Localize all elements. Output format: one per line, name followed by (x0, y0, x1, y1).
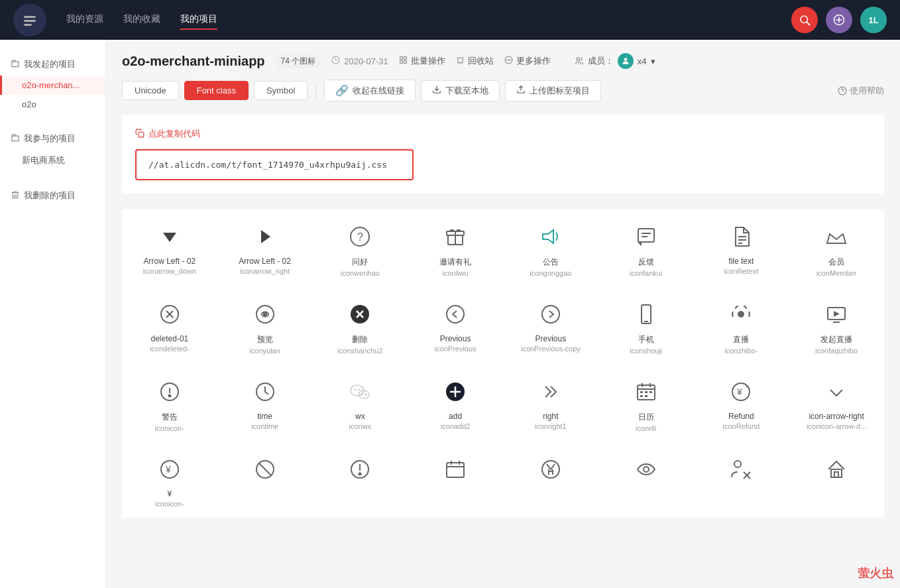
svg-point-50 (447, 306, 464, 323)
sidebar-section-deleted-title[interactable]: 我删除的项目 (0, 184, 105, 207)
code-box[interactable]: //at.alicdn.com/t/font_1714970_u4xrhpu9a… (135, 149, 414, 180)
icon-item-x-circle-filled[interactable]: 删除 iconshanchu2 (313, 287, 408, 365)
icon-item-calendar[interactable]: 日历 iconrili (598, 365, 694, 442)
icon-en-23: iconRefund (723, 422, 760, 430)
svg-point-15 (508, 60, 509, 60)
icon-en-10: iconyulan (249, 347, 280, 355)
icon-item-double-chevron[interactable]: right iconright1 (503, 365, 598, 442)
nav-my-resources[interactable]: 我的资源 (66, 10, 103, 30)
icon-item-excl-circle[interactable] (313, 442, 408, 518)
member-expand-icon[interactable]: ▾ (651, 56, 655, 66)
recycle-button[interactable]: 回收站 (456, 55, 494, 67)
icon-item-feedback[interactable]: 反馈 iconfankui (598, 209, 694, 287)
icon-en-12: iconPrevious (435, 345, 477, 353)
calendar2-icon (443, 456, 467, 483)
icon-item-arrow-left-circle[interactable]: Previous iconPrevious (408, 287, 503, 365)
icon-item-yen2[interactable] (503, 442, 598, 518)
sidebar-item-o2o-merchant[interactable]: o2o-merchan... (0, 76, 105, 95)
icon-item-chevron-down[interactable]: icon-arrow-right iconicon-arrow-d... (789, 365, 884, 442)
collapse-link-button[interactable]: 🔗 收起在线链接 (324, 80, 416, 101)
icon-count: 74 个图标 (276, 54, 321, 68)
more-ops-button[interactable]: 更多操作 (504, 55, 551, 67)
sidebar-section-started-title[interactable]: 我发起的项目 (0, 53, 105, 76)
svg-marker-39 (827, 234, 846, 243)
sidebar-item-o2o[interactable]: o2o (0, 95, 105, 114)
svg-rect-76 (645, 391, 647, 393)
svg-rect-10 (400, 57, 402, 60)
icon-item-clock[interactable]: time icontime (217, 365, 313, 442)
icon-item-question[interactable]: ? 问好 iconwenhao (313, 209, 408, 287)
nav-my-projects[interactable]: 我的项目 (180, 10, 217, 30)
icon-item-warning[interactable]: 警告 iconicon- (122, 365, 217, 442)
icon-item-eye2[interactable] (598, 442, 694, 518)
icon-cn-17: 警告 (162, 412, 178, 423)
arrow-down-icon (158, 223, 182, 250)
icon-item-yen[interactable]: ¥ ¥ iconicon- (122, 442, 217, 518)
svg-marker-25 (163, 233, 176, 242)
svg-point-66 (361, 394, 363, 396)
font-class-section: 点此复制代码 //at.alicdn.com/t/font_1714970_u4… (122, 115, 884, 194)
folder-icon-2 (11, 133, 20, 145)
help-button[interactable]: 使用帮助 (838, 85, 884, 97)
tab-unicode[interactable]: Unicode (122, 81, 179, 100)
icon-en-22: iconrili (636, 424, 656, 432)
icon-cn-19: wx (355, 412, 365, 421)
search-button[interactable] (791, 7, 818, 33)
icon-item-add[interactable]: add iconadd2 (408, 365, 503, 442)
tab-font-class[interactable]: Font class (184, 81, 249, 100)
svg-line-5 (807, 22, 809, 25)
crown-icon (824, 223, 848, 250)
add-button[interactable] (826, 7, 852, 33)
icon-item-calendar2[interactable] (408, 442, 503, 518)
sidebar-item-ecommerce[interactable]: 新电商系统 (0, 150, 105, 171)
svg-rect-33 (638, 229, 654, 242)
icon-item-phone[interactable]: 手机 iconshouji (598, 287, 694, 365)
user-button[interactable]: 1L (860, 7, 887, 33)
svg-point-51 (542, 306, 559, 323)
icon-en-24: iconicon-arrow-d... (807, 422, 866, 430)
icon-en-3: iconwenhao (341, 269, 380, 277)
icon-item-file-text[interactable]: file text iconfiletext (694, 209, 789, 287)
project-date: 2020-07-31 (331, 56, 388, 66)
icon-item-arrow-right[interactable]: Arrow Left - 02 iconarrow_right (217, 209, 313, 287)
icon-en-1: iconarrow_down (143, 267, 196, 275)
svg-point-54 (738, 312, 744, 317)
icon-item-refund[interactable]: ¥ Refund iconRefund (694, 365, 789, 442)
link-icon: 🔗 (335, 84, 349, 97)
refund-icon: ¥ (729, 379, 753, 405)
icon-item-speaker[interactable]: 公告 icongonggao (503, 209, 598, 287)
icon-item-arrow-down[interactable]: Arrow Left - 02 iconarrow_down (122, 209, 217, 287)
svg-marker-32 (543, 230, 553, 243)
icon-item-live-tv[interactable]: 发起直播 iconfaqizhibo (789, 287, 884, 365)
icon-cn-20: add (449, 412, 462, 421)
icon-en-2: iconarrow_right (240, 267, 290, 275)
svg-point-88 (359, 473, 361, 475)
icon-cn-1: Arrow Left - 02 (144, 257, 196, 266)
icon-item-person-cross[interactable] (694, 442, 789, 518)
icon-cn-11: 删除 (352, 334, 368, 345)
download-icon (432, 85, 441, 96)
icon-cn-5: 公告 (543, 257, 559, 268)
nav-my-favorites[interactable]: 我的收藏 (123, 10, 160, 30)
svg-rect-13 (404, 61, 406, 64)
icon-item-no-circle[interactable] (217, 442, 313, 518)
upload-button[interactable]: 上传图标至项目 (505, 80, 601, 101)
trash-icon (11, 190, 20, 202)
svg-rect-11 (404, 57, 406, 60)
batch-ops-button[interactable]: 批量操作 (399, 55, 445, 67)
icon-item-x-circle[interactable]: deleted-01 icondeleted- (122, 287, 217, 365)
tab-symbol[interactable]: Symbol (254, 81, 308, 100)
icon-item-gift[interactable]: 邀请有礼 iconliwu (408, 209, 503, 287)
sidebar-section-joined-title[interactable]: 我参与的项目 (0, 127, 105, 150)
copy-code-hint[interactable]: 点此复制代码 (135, 128, 871, 140)
icon-item-crown[interactable]: 会员 iconMember (789, 209, 884, 287)
icon-item-arrow-right-circle[interactable]: Previous iconPrevious-copy (503, 287, 598, 365)
icon-item-live[interactable]: 直播 iconzhibo- (694, 287, 789, 365)
wx-icon (348, 379, 372, 405)
icon-item-eye-circle[interactable]: 预览 iconyulan (217, 287, 313, 365)
icon-item-home[interactable] (789, 442, 884, 518)
members-info: 成员： x4 ▾ (575, 53, 655, 69)
icon-en-16: iconfaqizhibo (815, 347, 858, 355)
download-button[interactable]: 下载至本地 (421, 80, 500, 101)
icon-item-wx[interactable]: wx iconwx (313, 365, 408, 442)
